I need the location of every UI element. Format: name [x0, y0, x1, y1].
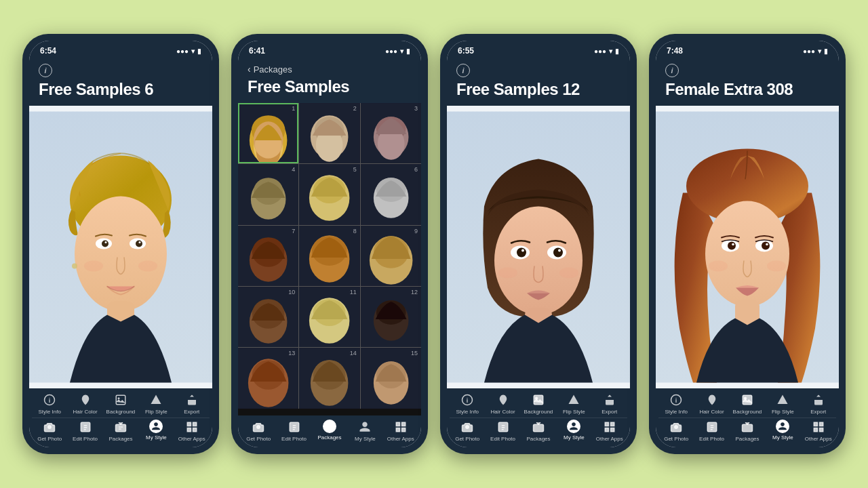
- other-apps-btn-2[interactable]: Other Apps: [386, 420, 416, 442]
- status-icons-3: ●●● ▾ ▮: [594, 47, 619, 55]
- grid-item-11[interactable]: 11: [299, 287, 359, 347]
- app-header-3: i Free Samples 12: [447, 58, 630, 106]
- edit-photo-btn-2[interactable]: Edit Photo: [279, 420, 309, 442]
- grid-item-14[interactable]: 14: [299, 348, 359, 408]
- toolbar-3: i Style Info Hair Color B: [447, 388, 630, 447]
- hair-grid: 1 2: [238, 103, 421, 409]
- grid-item-5[interactable]: 5: [299, 164, 359, 224]
- edit-photo-btn-4[interactable]: Edit Photo: [697, 420, 727, 442]
- grid-item-4[interactable]: 4: [238, 164, 298, 224]
- my-style-btn-1[interactable]: My Style: [141, 420, 171, 442]
- background-btn-4[interactable]: Background: [732, 392, 762, 415]
- style-info-btn-3[interactable]: i Style Info: [452, 392, 482, 415]
- packages-btn-3[interactable]: Packages: [524, 420, 553, 442]
- my-style-btn-3[interactable]: My Style: [559, 420, 589, 442]
- other-apps-btn-1[interactable]: Other Apps: [177, 420, 207, 442]
- time-3: 6:55: [458, 46, 474, 56]
- export-btn-4[interactable]: Export: [804, 392, 833, 415]
- svg-point-8: [105, 241, 107, 243]
- style-info-btn-4[interactable]: i Style Info: [661, 392, 691, 415]
- other-apps-btn-3[interactable]: Other Apps: [595, 420, 625, 442]
- status-bar-3: 6:55 ●●● ▾ ▮: [447, 41, 630, 58]
- phone-4: 7:48 ●●● ▾ ▮ i Female Extra 308: [649, 34, 846, 454]
- get-photo-btn-4[interactable]: Get Photo: [661, 420, 691, 442]
- toolbar-bottom-row-4: Get Photo Edit Photo Packages: [658, 420, 836, 442]
- get-photo-btn-1[interactable]: Get Photo: [35, 420, 64, 442]
- edit-photo-btn-1[interactable]: Edit Photo: [71, 420, 100, 442]
- phone-1: 6:54 ●●● ▾ ▮ i Free Samples 6: [22, 34, 219, 454]
- grid-item-15[interactable]: 15: [361, 348, 421, 408]
- export-btn-1[interactable]: Export: [177, 392, 207, 415]
- grid-item-6[interactable]: 6: [361, 164, 421, 224]
- app-content-2: 1 2: [238, 103, 421, 415]
- svg-point-88: [517, 248, 526, 258]
- svg-rect-78: [326, 424, 334, 430]
- packages-btn-2[interactable]: Packages: [315, 420, 344, 442]
- grid-item-8[interactable]: 8: [299, 226, 359, 286]
- time-2: 6:41: [249, 46, 265, 56]
- svg-point-113: [762, 242, 770, 250]
- toolbar-top-row-3: i Style Info Hair Color B: [450, 392, 627, 415]
- svg-point-92: [498, 268, 517, 279]
- hair-color-btn-3[interactable]: Hair Color: [488, 392, 518, 415]
- get-photo-btn-2[interactable]: Get Photo: [243, 420, 273, 442]
- status-bar-1: 6:54 ●●● ▾ ▮: [29, 41, 212, 58]
- flip-style-btn-3[interactable]: Flip Style: [559, 392, 589, 415]
- toolbar-1: i Style Info Hair Color B: [29, 388, 212, 447]
- grid-item-9[interactable]: 9: [361, 226, 421, 286]
- app-title-1: Free Samples 6: [39, 80, 203, 99]
- svg-text:i: i: [467, 397, 469, 404]
- grid-item-12[interactable]: 12: [361, 287, 421, 347]
- app-title-3: Free Samples 12: [456, 80, 620, 99]
- hair-color-btn-4[interactable]: Hair Color: [697, 392, 727, 415]
- svg-rect-126: [814, 422, 817, 426]
- svg-rect-23: [187, 428, 191, 432]
- toolbar-bottom-row-3: Get Photo Edit Photo Packages: [450, 420, 627, 442]
- svg-point-9: [139, 241, 141, 243]
- status-bar-4: 7:48 ●●● ▾ ▮: [656, 41, 839, 58]
- signal-icon: ●●●: [176, 47, 189, 55]
- app-title-2: Free Samples: [248, 77, 412, 96]
- svg-rect-127: [819, 422, 823, 426]
- hair-color-btn-1[interactable]: Hair Color: [71, 392, 100, 415]
- svg-point-11: [138, 261, 157, 272]
- background-btn-1[interactable]: Background: [106, 392, 136, 415]
- svg-marker-17: [151, 395, 161, 405]
- grid-item-7[interactable]: 7: [238, 226, 298, 286]
- export-btn-3[interactable]: Export: [595, 392, 625, 415]
- svg-rect-103: [610, 422, 614, 426]
- info-icon-3[interactable]: i: [456, 64, 470, 77]
- flip-style-btn-1[interactable]: Flip Style: [141, 392, 171, 415]
- back-nav-2[interactable]: ‹ Packages: [248, 64, 412, 75]
- packages-btn-4[interactable]: Packages: [732, 420, 762, 442]
- background-btn-3[interactable]: Background: [524, 392, 553, 415]
- svg-rect-129: [819, 428, 823, 432]
- status-bar-2: 6:41 ●●● ▾ ▮: [238, 41, 421, 58]
- get-photo-btn-3[interactable]: Get Photo: [452, 420, 482, 442]
- flip-style-btn-4[interactable]: Flip Style: [768, 392, 797, 415]
- svg-rect-21: [187, 422, 191, 426]
- app-content-4: [656, 106, 839, 388]
- packages-btn-1[interactable]: Packages: [106, 420, 136, 442]
- grid-item-3[interactable]: 3: [361, 103, 421, 163]
- my-style-btn-2[interactable]: My Style: [350, 420, 380, 442]
- grid-item-2[interactable]: 2: [299, 103, 359, 163]
- my-style-btn-4[interactable]: My Style: [768, 420, 797, 442]
- grid-item-1[interactable]: 1: [238, 103, 298, 163]
- svg-point-114: [732, 243, 734, 246]
- svg-rect-15: [116, 395, 125, 405]
- edit-photo-btn-3[interactable]: Edit Photo: [488, 420, 518, 442]
- toolbar-2: Get Photo Edit Photo Packages: [238, 415, 421, 447]
- style-info-btn-1[interactable]: i Style Info: [35, 392, 64, 415]
- svg-point-90: [521, 249, 524, 252]
- app-content-1: [29, 106, 212, 388]
- other-apps-btn-4[interactable]: Other Apps: [804, 420, 833, 442]
- info-icon-1[interactable]: i: [39, 64, 52, 77]
- grid-item-10[interactable]: 10: [238, 287, 298, 347]
- grid-item-13[interactable]: 13: [238, 348, 298, 408]
- svg-rect-22: [193, 422, 196, 426]
- time-1: 6:54: [40, 46, 56, 56]
- info-icon-4[interactable]: i: [665, 64, 679, 77]
- svg-point-117: [767, 261, 786, 272]
- status-icons-4: ●●● ▾ ▮: [803, 47, 828, 55]
